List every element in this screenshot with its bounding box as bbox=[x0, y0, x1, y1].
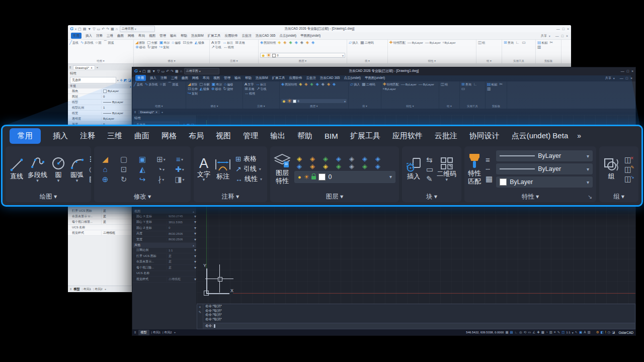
dialog-launcher-icon[interactable]: ↘ bbox=[588, 192, 592, 202]
ribbon-button[interactable]: ✚特性匹配 bbox=[389, 41, 406, 45]
ribbon-button[interactable]: ∿多段线 bbox=[80, 41, 94, 45]
ribbon-button[interactable]: ◈ bbox=[289, 41, 292, 45]
ribbon-button[interactable]: ▱插入 bbox=[350, 82, 360, 86]
ribbon-button[interactable]: ⊞查询 bbox=[504, 41, 514, 45]
workspace-select[interactable]: 二维草图▾ bbox=[120, 26, 155, 32]
new-tab-button[interactable]: + bbox=[162, 111, 164, 114]
layout-tab[interactable]: 模型 bbox=[74, 287, 80, 292]
dimension-button[interactable]: 标注 bbox=[214, 157, 232, 180]
new-tab-button[interactable]: + bbox=[97, 66, 99, 69]
layer-tool-icon[interactable]: ◈ bbox=[320, 155, 331, 162]
qat-icon[interactable]: ∩ bbox=[116, 27, 118, 31]
ribbon-button[interactable]: ↔标注 bbox=[256, 82, 266, 86]
minimize-button[interactable]: — bbox=[556, 27, 560, 31]
property-tool-icon[interactable]: ≡ bbox=[486, 156, 493, 163]
ribbon-tab[interactable]: 布局 bbox=[189, 131, 204, 141]
tab-close-icon[interactable]: × bbox=[91, 66, 93, 69]
ribbon-tab[interactable]: 点云(undet) bbox=[344, 76, 361, 80]
ribbon-button[interactable]: ◈ bbox=[283, 41, 287, 45]
status-tool-icon[interactable]: ◷ bbox=[608, 331, 611, 334]
status-tool-icon[interactable]: ! bbox=[605, 331, 606, 334]
ribbon-tab[interactable]: 管理 bbox=[243, 131, 258, 141]
layout-tab[interactable]: 布局1 bbox=[151, 330, 161, 335]
ribbon-button[interactable]: ✂ bbox=[500, 82, 504, 86]
layer-tool-icon[interactable]: ◈ bbox=[373, 163, 383, 169]
qat-icon[interactable]: ▼ bbox=[88, 27, 91, 31]
ribbon-button[interactable]: ◈图层特性 bbox=[260, 41, 276, 45]
panel-label[interactable]: 块 ▾ bbox=[349, 104, 381, 109]
qat-icon[interactable]: ▭ bbox=[97, 27, 101, 31]
status-toggle-icon[interactable]: ◔ bbox=[546, 331, 548, 334]
ribbon-tab[interactable]: 曲面 bbox=[182, 76, 188, 80]
ribbon-button[interactable]: ◭镜像 bbox=[200, 87, 209, 91]
ribbon-tab[interactable]: BIM bbox=[325, 132, 338, 140]
ribbon-tab[interactable]: 视图 bbox=[216, 131, 231, 141]
ribbon-button[interactable]: ◈ bbox=[304, 82, 308, 86]
property-tool-icon[interactable]: ┄ bbox=[486, 165, 493, 173]
modify-tool-icon[interactable]: ↪ bbox=[135, 175, 150, 183]
ribbon-tab[interactable]: 常用 bbox=[135, 75, 146, 81]
chevron-down-icon[interactable]: ▾ bbox=[75, 27, 76, 31]
ribbon-button[interactable]: ▥ bbox=[537, 45, 542, 49]
panel-label[interactable]: 绘图 ▾ bbox=[132, 104, 186, 109]
ribbon-tab[interactable]: 点云(undet) bbox=[279, 34, 296, 38]
ribbon-button[interactable]: —ByLayer bbox=[401, 82, 417, 86]
ribbon-tab[interactable]: 扩展工具 bbox=[208, 34, 221, 38]
ribbon-button[interactable]: ↗引线 bbox=[211, 45, 221, 49]
ribbon-tab[interactable]: 浩辰BIM bbox=[191, 34, 204, 38]
qr-code-button[interactable]: 二维码▾ bbox=[437, 157, 456, 181]
app-logo-icon[interactable]: G bbox=[134, 68, 138, 73]
ribbon-tab[interactable]: 应用软件 bbox=[289, 76, 302, 80]
menu-icon[interactable]: ≡ bbox=[134, 111, 136, 114]
bylayer-select[interactable]: ByLayer ▾ bbox=[496, 176, 593, 188]
palette-tool-icon[interactable]: ✛ bbox=[120, 78, 123, 82]
ribbon-button[interactable]: ╱直线 bbox=[69, 41, 78, 45]
modify-tool-icon[interactable]: ✚ bbox=[172, 165, 187, 173]
ribbon-tab[interactable]: 常用 bbox=[71, 33, 82, 39]
ribbon-button[interactable]: ↪复制 bbox=[188, 92, 198, 96]
status-toggle-icon[interactable]: ↖ bbox=[575, 331, 578, 334]
ribbon-button[interactable]: —ByLayer bbox=[425, 41, 441, 45]
ribbon-button[interactable]: ⌒圆弧 bbox=[103, 41, 114, 45]
ribbon-button[interactable]: ▱插入 bbox=[349, 41, 358, 45]
layer-tool-icon[interactable]: ◈ bbox=[360, 155, 370, 162]
block-tool-icon[interactable]: ✎ bbox=[426, 175, 433, 183]
share-button[interactable]: 共享 bbox=[541, 34, 547, 38]
doc-close-button[interactable]: × bbox=[566, 34, 568, 38]
panel-label[interactable]: 剪贴板 bbox=[486, 104, 507, 109]
ribbon-button[interactable]: ↔线性 bbox=[223, 45, 234, 49]
annotation-tool-button[interactable]: ↔线性 bbox=[235, 174, 262, 184]
doc-restore-button[interactable]: □ bbox=[626, 76, 628, 80]
tab-close-icon[interactable]: × bbox=[155, 111, 157, 114]
ribbon-tab[interactable]: 输出 bbox=[234, 76, 241, 80]
edit-icon[interactable]: ✎ bbox=[199, 310, 201, 314]
ribbon-button[interactable]: ✂ bbox=[550, 41, 554, 45]
ribbon-tab[interactable]: 输出 bbox=[270, 131, 285, 141]
panel-label[interactable]: 图层 ▾ bbox=[280, 104, 348, 109]
qat-icon[interactable]: ↷ bbox=[106, 27, 109, 31]
ribbon-button[interactable]: ⌂偏移 bbox=[224, 82, 233, 86]
ribbon-tab[interactable]: 输出 bbox=[170, 34, 177, 38]
section-view[interactable]: 视图▴ bbox=[132, 209, 196, 214]
modify-tool-icon[interactable]: ▢ bbox=[116, 155, 131, 163]
document-tab[interactable]: Drawing1*× bbox=[73, 65, 95, 69]
ribbon-tab[interactable]: 应用软件 bbox=[225, 34, 238, 38]
panel-label[interactable]: 块 ▾ bbox=[347, 59, 387, 63]
property-row[interactable]: 每个视口随...是 bbox=[132, 265, 196, 271]
document-tab[interactable]: Drawing1*× bbox=[138, 110, 160, 114]
ribbon-button[interactable]: ◈ bbox=[306, 41, 309, 45]
command-input[interactable]: 命令: bbox=[203, 323, 635, 329]
ribbon-tab[interactable]: 三维 bbox=[107, 34, 113, 38]
property-row[interactable]: 宽度8630.2506 bbox=[132, 237, 196, 243]
layer-tool-icon[interactable]: ◈ bbox=[334, 163, 344, 169]
property-row[interactable]: 圆心 Z 坐标0 bbox=[132, 225, 196, 231]
property-row[interactable]: 打开 UCS 图标是 bbox=[132, 253, 196, 259]
restore-button[interactable]: □ bbox=[627, 69, 629, 73]
property-row[interactable]: 在原点显示...是 bbox=[132, 259, 196, 265]
selection-filter-select[interactable]: 无选择 bbox=[70, 77, 116, 83]
share-button[interactable]: 共享 bbox=[605, 76, 611, 80]
layer-tool-icon[interactable]: ◈ bbox=[347, 163, 357, 169]
ribbon-tab[interactable]: 插入 bbox=[53, 131, 68, 141]
layer-properties-button[interactable]: 图层特性 bbox=[274, 153, 291, 185]
ribbon-tab[interactable]: 浩辰CAD 365 bbox=[320, 76, 340, 80]
